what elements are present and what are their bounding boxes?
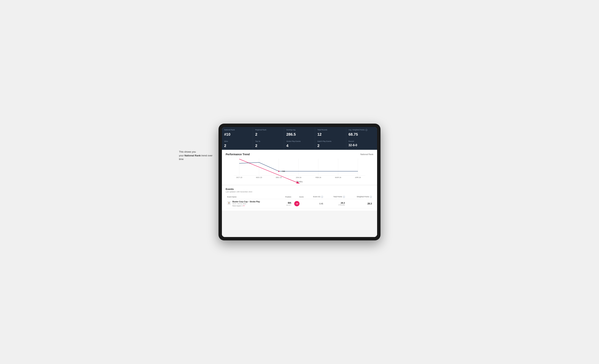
svg-point-10 [278, 171, 279, 172]
stat-match-play-value: 2 [317, 143, 344, 148]
col-event-name: Event Name [226, 195, 279, 199]
col-score: Score [293, 195, 305, 199]
stat-scoring-avg: Scoring Avg. 286.5 [284, 127, 315, 139]
stat-avg-weighted: Avg. Weighted Points i 68.75 [346, 127, 377, 139]
stat-total-rounds-label: Total Rounds [317, 129, 344, 131]
info-icon-total-points[interactable]: i [343, 196, 345, 198]
events-table-header: Event Name Position Score Event SG i Tot… [226, 195, 373, 199]
stat-wins-value: 2 [224, 143, 251, 148]
page-wrapper: This shows you your National Rank trend … [219, 124, 380, 240]
months-label: Months [226, 181, 373, 183]
event-name-container: 🏌 Buster Cozy Cup – Stroke Play Oct 9 - … [227, 201, 278, 207]
svg-text:JAN 24: JAN 24 [296, 177, 301, 178]
rank-impact-arrow: ▼ [243, 205, 245, 207]
tablet-screen: National Rank #10 Regional Rank 2 Scorin… [222, 127, 377, 237]
svg-text:NOV 23: NOV 23 [256, 177, 262, 178]
annotation-bold: National Rank [185, 154, 201, 157]
stat-regional-rank-label: Regional Rank [255, 129, 282, 131]
svg-text:APR 24: APR 24 [355, 177, 361, 178]
annotation-line2: your [179, 154, 185, 157]
events-title: Events [226, 188, 373, 190]
stat-regional-rank: Regional Rank 2 [253, 127, 284, 139]
stat-top3s-value: 2 [255, 143, 282, 148]
weighted-points-value: 28.3 [348, 202, 372, 205]
rank-impact-label: Rank Impact: 3 [232, 205, 243, 207]
position-sub: out of 7 [281, 204, 291, 206]
events-table: Event Name Position Score Event SG i Tot… [226, 195, 373, 208]
col-total-points: Total Points i [325, 195, 346, 199]
stat-match-play: Match Play Events 2 [315, 139, 346, 150]
stat-stroke-play-label: Stroke Play Events [286, 140, 313, 143]
stat-avg-weighted-value: 68.75 [348, 132, 375, 137]
svg-text:DEC 23: DEC 23 [276, 177, 282, 178]
events-section: Events Last updated: 24th November 2023 … [222, 185, 377, 211]
event-icon: 🏌 [227, 201, 231, 205]
stat-national-rank-value: #10 [224, 132, 251, 137]
svg-text:MAR 24: MAR 24 [335, 177, 341, 178]
event-date: Oct 9 - Oct 10, 2023 [232, 203, 278, 204]
annotation-text: This shows you your National Rank trend … [179, 150, 217, 161]
rank-impact: Rank Impact: 3 ▼ [232, 205, 278, 207]
info-icon-weighted[interactable]: i [365, 129, 367, 131]
stat-avg-weighted-label: Avg. Weighted Points i [348, 129, 375, 131]
content-area[interactable]: National Rank #10 Regional Rank 2 Scorin… [222, 127, 377, 237]
stat-match-play-label: Match Play Events [317, 140, 344, 143]
stat-total-rounds-value: 12 [317, 132, 344, 137]
stat-wins-label: Wins [224, 140, 251, 143]
event-total-points: 28.3 3 Rounds [325, 199, 346, 208]
stat-wins: Wins 2 [222, 139, 253, 150]
col-weighted-points: Weighted Points i [346, 195, 373, 199]
col-position: Position [279, 195, 293, 199]
stat-record-value: 32-8-0 [348, 143, 375, 147]
stat-scoring-avg-value: 286.5 [286, 132, 313, 137]
event-title: Buster Cozy Cup – Stroke Play [232, 201, 278, 203]
info-icon-weighted-points[interactable]: i [370, 196, 372, 198]
event-sg-value: 0.45 [319, 203, 323, 205]
total-points-value: 28.3 [326, 202, 345, 204]
events-table-header-row: Event Name Position Score Event SG i Tot… [226, 195, 373, 199]
tablet-frame: National Rank #10 Regional Rank 2 Scorin… [219, 124, 380, 240]
stat-national-rank-label: National Rank [224, 129, 251, 131]
stat-scoring-avg-label: Scoring Avg. [286, 129, 313, 131]
performance-section: Performance Trend National Rank [222, 150, 377, 185]
table-row: 🏌 Buster Cozy Cup – Stroke Play Oct 9 - … [226, 199, 373, 208]
stat-regional-rank-value: 2 [255, 132, 282, 137]
event-weighted-points: 28.3 [346, 199, 373, 208]
stat-top3s-label: Top 3s [255, 140, 282, 143]
performance-title: Performance Trend [226, 153, 250, 156]
stat-top3s: Top 3s 2 [253, 139, 284, 150]
stats-row1: National Rank #10 Regional Rank 2 Scorin… [222, 127, 377, 139]
stat-stroke-play-value: 4 [286, 143, 313, 148]
performance-subtitle: National Rank [360, 153, 373, 155]
event-sg: 0.45 [305, 199, 325, 208]
stat-record: Record 32-8-0 [346, 139, 377, 150]
event-score: -22 [293, 199, 305, 208]
info-icon-event-sg[interactable]: i [321, 196, 323, 198]
svg-text:OCT 23: OCT 23 [236, 177, 242, 178]
event-position: 6th out of 7 [279, 199, 293, 208]
event-name-cell: 🏌 Buster Cozy Cup – Stroke Play Oct 9 - … [226, 199, 279, 208]
chart-svg: • #10 OCT 23 NOV 23 DEC 23 JAN 24 FEB 24… [226, 158, 373, 180]
total-points-sub: 3 Rounds [326, 204, 345, 206]
annotation-line1: This shows you [179, 150, 196, 153]
event-info: Buster Cozy Cup – Stroke Play Oct 9 - Oc… [232, 201, 278, 207]
position-value: 6th [281, 202, 291, 204]
svg-text:• #10: • #10 [281, 170, 285, 172]
performance-chart: • #10 OCT 23 NOV 23 DEC 23 JAN 24 FEB 24… [226, 158, 373, 180]
stat-total-rounds: Total Rounds 12 [315, 127, 346, 139]
score-badge: -22 [294, 201, 300, 206]
events-last-updated: Last updated: 24th November 2023 [226, 191, 373, 193]
stat-national-rank: National Rank #10 [222, 127, 253, 139]
svg-text:FEB 24: FEB 24 [316, 177, 321, 178]
stats-row2: Wins 2 Top 3s 2 Stroke Play Events 4 Mat… [222, 139, 377, 150]
stat-stroke-play: Stroke Play Events 4 [284, 139, 315, 150]
stat-record-label: Record [348, 140, 375, 143]
col-event-sg: Event SG i [305, 195, 325, 199]
performance-header: Performance Trend National Rank [226, 153, 373, 156]
events-table-body: 🏌 Buster Cozy Cup – Stroke Play Oct 9 - … [226, 199, 373, 208]
